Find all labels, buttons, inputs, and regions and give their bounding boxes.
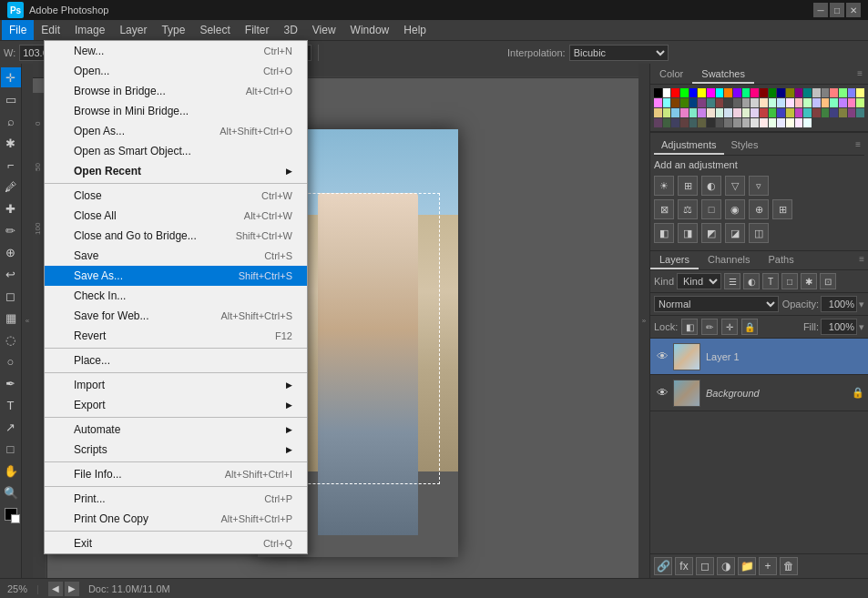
sep-3: [45, 372, 307, 373]
menu-open-smart[interactable]: Open as Smart Object...: [45, 141, 307, 161]
sep-1: [45, 183, 307, 184]
menu-open-as[interactable]: Open As...Alt+Shift+Ctrl+O: [45, 121, 307, 141]
menu-automate[interactable]: Automate: [45, 420, 307, 440]
menu-check-in[interactable]: Check In...: [45, 286, 307, 306]
menu-new[interactable]: New...Ctrl+N: [45, 41, 307, 61]
menu-place[interactable]: Place...: [45, 350, 307, 370]
sep-5: [45, 461, 307, 462]
menu-save-web[interactable]: Save for Web...Alt+Shift+Ctrl+S: [45, 306, 307, 326]
menu-open[interactable]: Open...Ctrl+O: [45, 61, 307, 81]
menu-print-one[interactable]: Print One CopyAlt+Shift+Ctrl+P: [45, 509, 307, 529]
menu-file-info[interactable]: File Info...Alt+Shift+Ctrl+I: [45, 464, 307, 484]
menu-exit[interactable]: ExitCtrl+Q: [45, 533, 307, 553]
sep-2: [45, 348, 307, 349]
menu-save-as[interactable]: Save As...Shift+Ctrl+S: [45, 266, 307, 286]
sep-6: [45, 486, 307, 487]
menu-close-all[interactable]: Close AllAlt+Ctrl+W: [45, 206, 307, 226]
menu-close[interactable]: CloseCtrl+W: [45, 186, 307, 206]
menu-browse-mini-bridge[interactable]: Browse in Mini Bridge...: [45, 101, 307, 121]
menu-overlay: New...Ctrl+N Open...Ctrl+O Browse in Bri…: [0, 0, 868, 598]
menu-import[interactable]: Import: [45, 375, 307, 395]
sep-7: [45, 531, 307, 532]
menu-scripts[interactable]: Scripts: [45, 440, 307, 460]
menu-open-recent[interactable]: Open Recent: [45, 161, 307, 181]
file-menu-dropdown: New...Ctrl+N Open...Ctrl+O Browse in Bri…: [44, 40, 308, 554]
menu-revert[interactable]: RevertF12: [45, 326, 307, 346]
menu-save[interactable]: SaveCtrl+S: [45, 246, 307, 266]
menu-print[interactable]: Print...Ctrl+P: [45, 489, 307, 509]
menu-export[interactable]: Export: [45, 395, 307, 415]
sep-4: [45, 417, 307, 418]
menu-browse-bridge[interactable]: Browse in Bridge...Alt+Ctrl+O: [45, 81, 307, 101]
menu-close-bridge[interactable]: Close and Go to Bridge...Shift+Ctrl+W: [45, 226, 307, 246]
